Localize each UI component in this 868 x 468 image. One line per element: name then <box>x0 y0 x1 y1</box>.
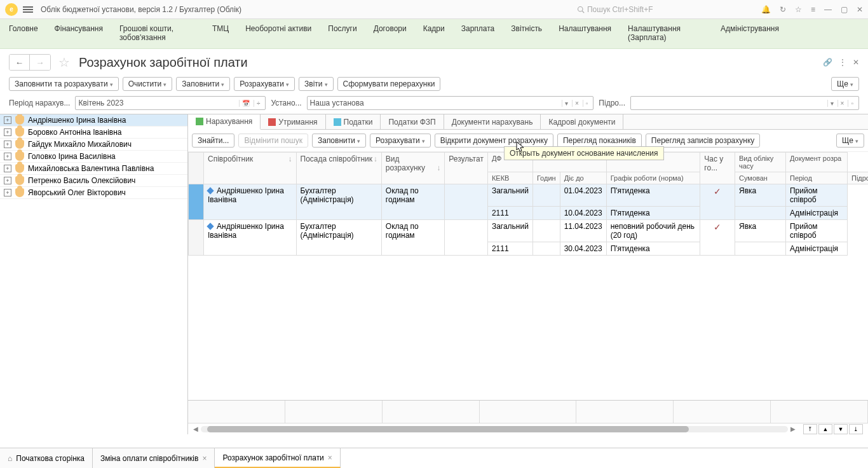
app-logo-icon: e <box>5 3 18 16</box>
page-header: ← → ☆ Розрахунок заробітної плати 🔗 ⋮ ✕ <box>0 49 868 74</box>
menu-services[interactable]: Послуги <box>328 24 356 42</box>
favorite-star-icon[interactable]: ☆ <box>58 55 70 70</box>
menu-assets[interactable]: Необоротні активи <box>245 24 311 42</box>
more-button[interactable]: Ще <box>831 77 859 91</box>
menu-reports[interactable]: Звітність <box>511 24 542 42</box>
menu-admin[interactable]: Адміністрування <box>721 24 779 42</box>
menu-financing[interactable]: Фінансування <box>55 24 103 42</box>
bell-icon[interactable]: 🔔 <box>761 5 771 14</box>
stepper-icon[interactable]: ÷ <box>254 100 263 107</box>
expand-icon[interactable]: + <box>4 153 11 160</box>
close-page-icon[interactable]: ✕ <box>853 58 859 67</box>
calc-button[interactable]: Розрахувати <box>234 77 295 91</box>
calendar-icon[interactable]: 📅 <box>239 100 252 107</box>
clear-button[interactable]: Очистити <box>123 77 173 91</box>
find-button[interactable]: Знайти... <box>192 134 234 148</box>
clear-icon[interactable]: × <box>837 100 847 107</box>
grid-bottom-button[interactable]: ⤓ <box>849 424 863 434</box>
view-indicators-button[interactable]: Перегляд показників <box>557 134 642 148</box>
scroll-left-icon[interactable]: ◀ <box>193 425 198 432</box>
employee-row[interactable]: +Головко Ірина Василівна <box>0 151 187 163</box>
avatar-icon <box>15 176 24 185</box>
nav-back-button[interactable]: ← <box>10 55 30 70</box>
expand-icon[interactable]: + <box>4 116 11 124</box>
tab-hr-documents[interactable]: Кадрові документи <box>541 114 623 129</box>
employee-name: Головко Ірина Василівна <box>28 152 116 161</box>
hamburger-icon[interactable] <box>23 6 33 13</box>
clear-icon[interactable]: × <box>572 100 581 107</box>
page-title: Розрахунок заробітної плати <box>79 55 248 70</box>
diamond-icon <box>207 187 214 194</box>
employee-name: Петренко Василь Олексійович <box>28 176 135 185</box>
open-icon[interactable]: ▫ <box>583 100 591 107</box>
reports-button[interactable]: Звіти <box>299 77 334 91</box>
employee-name: Яворський Олег Вікторович <box>28 188 126 197</box>
grid-down-button[interactable]: ▼ <box>834 424 848 434</box>
dropdown-icon[interactable]: ▾ <box>562 100 571 107</box>
tab-narakhuvannya[interactable]: Нарахування <box>188 114 261 130</box>
tab-documents[interactable]: Документи нарахувань <box>444 114 541 129</box>
menu-salary[interactable]: Зарплата <box>461 24 495 42</box>
ustanova-field[interactable]: Наша установа ▾×▫ <box>307 96 594 110</box>
employee-row[interactable]: +Петренко Василь Олексійович <box>0 175 187 187</box>
grid-row[interactable]: Андріяшенко Ірина ІванівнаБухгалтер (Адм… <box>189 184 869 207</box>
employee-row[interactable]: +Боровко Антоніна Іванівна <box>0 127 187 139</box>
expand-icon[interactable]: + <box>4 128 11 136</box>
tab-utrymannya[interactable]: Утримання <box>261 114 325 129</box>
pidrozdil-field[interactable]: ▾×▫ <box>630 96 859 110</box>
grid-hscroll[interactable]: ◀ ▶ ⤒ ▲ ▼ ⤓ <box>188 423 868 434</box>
tab-podatky-fzp[interactable]: Податки ФЗП <box>381 114 444 129</box>
expand-icon[interactable]: + <box>4 141 11 148</box>
menu-contracts[interactable]: Договори <box>374 24 407 42</box>
employee-name: Гайдук Михайло Михайлович <box>28 140 132 149</box>
expand-icon[interactable]: + <box>4 177 11 184</box>
close-window-icon[interactable]: ✕ <box>857 5 863 14</box>
accrual-grid: Співробітник ↓ Посада співробітник ↓ Вид… <box>188 152 868 256</box>
employee-name: Михайловська Валентина Павлівна <box>28 164 154 173</box>
ustanova-label: Устано... <box>271 99 301 107</box>
form-recalc-button[interactable]: Сформувати перерахунки <box>337 77 441 91</box>
maximize-icon[interactable]: ▢ <box>841 5 848 14</box>
expand-icon[interactable]: + <box>4 189 11 196</box>
employee-name: Андріяшенко Ірина Іванівна <box>28 116 126 125</box>
page-toolbar: Заповнити та розрахувати Очистити Заповн… <box>0 74 868 96</box>
nav-forward-button[interactable]: → <box>30 55 50 70</box>
employee-row[interactable]: +Андріяшенко Ірина Іванівна <box>0 114 187 127</box>
sub-toolbar: Знайти... Відмінити пошук Заповнити Розр… <box>188 130 868 152</box>
sub-calc-button[interactable]: Розрахувати <box>370 134 431 148</box>
kebab-icon[interactable]: ⋮ <box>839 58 846 67</box>
fill-button[interactable]: Заповнити <box>176 77 230 91</box>
minimize-icon[interactable]: — <box>824 5 832 14</box>
menu-tmc[interactable]: ТМЦ <box>212 24 229 42</box>
menu-cash[interactable]: Грошові кошти, зобов'язання <box>119 24 196 42</box>
tab-podatky[interactable]: Податки <box>326 114 381 129</box>
employee-row[interactable]: +Яворський Олег Вікторович <box>0 187 187 199</box>
employee-row[interactable]: +Гайдук Михайло Михайлович <box>0 139 187 151</box>
expand-icon[interactable]: + <box>4 165 11 172</box>
global-search-input[interactable]: Пошук Ctrl+Shift+F <box>573 4 751 15</box>
grid-top-button[interactable]: ⤒ <box>803 424 817 434</box>
view-records-button[interactable]: Перегляд записів розрахунку <box>646 134 760 148</box>
app-title: Облік бюджетної установи, версія 1.2 / Б… <box>41 5 241 14</box>
sub-more-button[interactable]: Ще <box>836 134 864 148</box>
tooltip: Открыть документ основание начисления <box>504 146 664 160</box>
fill-and-calc-button[interactable]: Заповнити та розрахувати <box>9 77 119 91</box>
history-icon[interactable]: ↻ <box>780 5 786 14</box>
grid-row[interactable]: Андріяшенко Ірина ІванівнаБухгалтер (Адм… <box>189 220 869 242</box>
avatar-icon <box>15 128 24 137</box>
filter-icon[interactable]: ≡ <box>811 5 815 14</box>
period-field[interactable]: Квітень 2023 📅÷ <box>75 96 266 110</box>
employee-row[interactable]: +Михайловська Валентина Павлівна <box>0 163 187 175</box>
dropdown-icon[interactable]: ▾ <box>827 100 836 107</box>
menu-hr[interactable]: Кадри <box>423 24 445 42</box>
grid-up-button[interactable]: ▲ <box>818 424 832 434</box>
sub-fill-button[interactable]: Заповнити <box>312 134 366 148</box>
link-icon[interactable]: 🔗 <box>823 58 832 67</box>
open-icon[interactable]: ▫ <box>848 100 856 107</box>
scroll-right-icon[interactable]: ▶ <box>790 425 796 432</box>
star-icon[interactable]: ☆ <box>795 5 802 14</box>
menu-main[interactable]: Головне <box>9 24 38 42</box>
open-doc-button[interactable]: Відкрити документ розрахунку <box>435 134 553 148</box>
menu-settings-salary[interactable]: Налаштування (Зарплата) <box>628 24 704 42</box>
menu-settings[interactable]: Налаштування <box>559 24 611 42</box>
